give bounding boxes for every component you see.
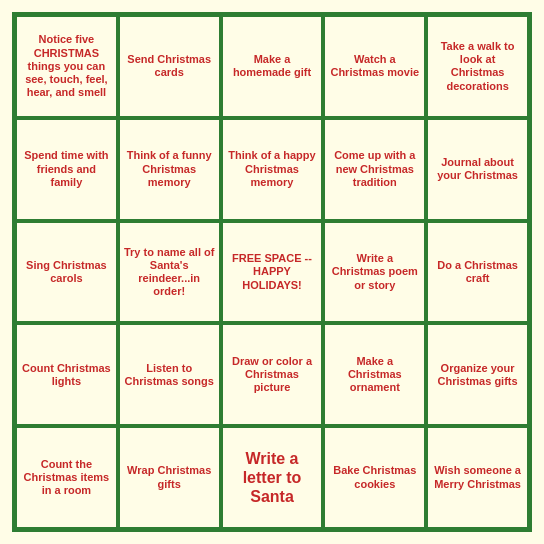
bingo-cell-r0c3: Watch a Christmas movie xyxy=(323,15,426,118)
bingo-cell-r1c1: Think of a funny Christmas memory xyxy=(118,118,221,221)
bingo-cell-r4c4: Wish someone a Merry Christmas xyxy=(426,426,529,529)
bingo-cell-r3c4: Organize your Christmas gifts xyxy=(426,323,529,426)
bingo-cell-r0c0: Notice five CHRISTMAS things you can see… xyxy=(15,15,118,118)
bingo-cell-r1c0: Spend time with friends and family xyxy=(15,118,118,221)
bingo-cell-r2c0: Sing Christmas carols xyxy=(15,221,118,324)
bingo-cell-r1c4: Journal about your Christmas xyxy=(426,118,529,221)
bingo-cell-r0c4: Take a walk to look at Christmas decorat… xyxy=(426,15,529,118)
bingo-cell-r4c2: Write a letter to Santa xyxy=(221,426,324,529)
bingo-cell-r3c1: Listen to Christmas songs xyxy=(118,323,221,426)
bingo-cell-r4c1: Wrap Christmas gifts xyxy=(118,426,221,529)
bingo-cell-r0c2: Make a homemade gift xyxy=(221,15,324,118)
bingo-cell-r0c1: Send Christmas cards xyxy=(118,15,221,118)
bingo-cell-r3c2: Draw or color a Christmas picture xyxy=(221,323,324,426)
bingo-cell-r2c1: Try to name all of Santa's reindeer...in… xyxy=(118,221,221,324)
bingo-cell-r3c3: Make a Christmas ornament xyxy=(323,323,426,426)
bingo-cell-r1c3: Come up with a new Christmas tradition xyxy=(323,118,426,221)
bingo-cell-r4c0: Count the Christmas items in a room xyxy=(15,426,118,529)
bingo-cell-r4c3: Bake Christmas cookies xyxy=(323,426,426,529)
bingo-cell-r3c0: Count Christmas lights xyxy=(15,323,118,426)
bingo-cell-r2c4: Do a Christmas craft xyxy=(426,221,529,324)
bingo-cell-r2c3: Write a Christmas poem or story xyxy=(323,221,426,324)
bingo-cell-r1c2: Think of a happy Christmas memory xyxy=(221,118,324,221)
bingo-cell-r2c2: FREE SPACE -- HAPPY HOLIDAYS! xyxy=(221,221,324,324)
bingo-board: Notice five CHRISTMAS things you can see… xyxy=(12,12,532,532)
